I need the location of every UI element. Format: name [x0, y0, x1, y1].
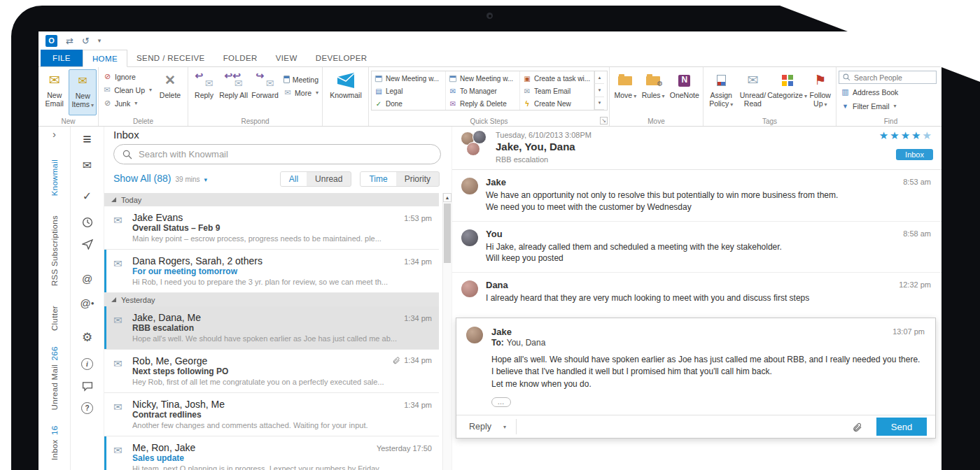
assign-policy-button[interactable]: Assign Policy▾ — [706, 69, 736, 115]
categorize-icon — [782, 75, 793, 86]
filter-time[interactable]: Time — [360, 172, 396, 186]
ignore-icon: ⊘ — [103, 72, 112, 81]
tab-home[interactable]: HOME — [83, 50, 127, 67]
rail-item-rss-subscriptions[interactable]: RSS Subscriptions — [50, 211, 59, 286]
clean-up-icon: ✉ — [103, 85, 111, 94]
star-icon: ★ — [890, 129, 900, 141]
scroll-up-icon[interactable]: ▲ — [443, 193, 451, 202]
tab-folder[interactable]: FOLDER — [214, 50, 267, 66]
delete-button[interactable]: ✕ Delete — [155, 69, 186, 115]
show-all-label: Show All (88) — [113, 173, 171, 184]
settings-gear-icon[interactable]: ⚙ — [82, 330, 92, 344]
send-button[interactable]: Send — [876, 418, 927, 436]
group-label-find: Find — [836, 118, 941, 125]
help-icon[interactable]: ? — [81, 402, 93, 414]
move-button[interactable]: Move▾ — [612, 69, 639, 115]
customize-quick-access-icon[interactable]: ▾ — [98, 37, 102, 44]
more-respond-button[interactable]: ✉More▾ — [281, 87, 321, 99]
section-header-yesterday[interactable]: Yesterday — [104, 293, 439, 306]
rail-item-inbox[interactable]: Inbox16 — [50, 426, 59, 460]
knowmail-icon — [335, 71, 356, 90]
send-plane-icon[interactable] — [82, 237, 93, 251]
message-item[interactable]: You 8:58 am Hi Jake, already called them… — [452, 222, 941, 273]
mail-icon[interactable]: ✉ — [83, 158, 92, 172]
menu-icon[interactable]: ≡ — [83, 132, 91, 146]
quick-step-new-meeting-2[interactable]: New Meeting w... — [446, 72, 519, 85]
list-item[interactable]: ✉ Me, Ron, JakeYesterday 17:50 Sales upd… — [104, 436, 439, 470]
filter-priority[interactable]: Priority — [396, 172, 439, 186]
outlook-window: O ⇄ ↺ ▾ FILE HOME SEND / RECEIVE FOLDER … — [38, 31, 941, 470]
dropdown-caret-icon: ▾ — [149, 87, 152, 93]
reading-pane: Tuesday, 6/10/2013 3:08PM Jake, You, Dan… — [451, 127, 941, 470]
attach-button[interactable] — [845, 422, 869, 432]
tab-file[interactable]: FILE — [41, 50, 83, 66]
follow-up-button[interactable]: ⚑ Follow Up▾ — [806, 69, 834, 115]
quick-step-reply-delete[interactable]: ✉Reply & Delete — [446, 97, 519, 110]
tab-developer[interactable]: DEVELOPER — [307, 50, 377, 66]
dialog-launcher-icon[interactable]: ↘ — [600, 117, 608, 124]
show-all-control[interactable]: Show All (88) 39 mins ▾ — [113, 173, 207, 184]
search-people-input[interactable]: Search People — [839, 71, 937, 84]
rating-stars[interactable]: ★★★★★ — [879, 129, 933, 142]
quick-step-to-manager[interactable]: ✉To Manager — [446, 85, 519, 97]
rail-item-clutter[interactable]: Clutter — [50, 301, 59, 331]
tab-send-receive[interactable]: SEND / RECEIVE — [127, 50, 214, 66]
undo-icon[interactable]: ↺ — [82, 36, 90, 46]
clean-up-button[interactable]: ✉Clean Up▾ — [101, 84, 154, 96]
reply-type-dropdown[interactable]: Reply ▾ — [465, 419, 517, 434]
unread-read-button[interactable]: ✉ Unread/ Read — [737, 69, 768, 115]
rail-item-knowmail[interactable]: Knowmail — [50, 155, 59, 196]
feedback-bubble-icon[interactable] — [82, 379, 93, 393]
list-item[interactable]: ✉ Dana Rogers, Sarah, 2 others1:34 pm Fo… — [104, 250, 439, 293]
info-icon[interactable]: i — [81, 358, 93, 370]
new-email-button[interactable]: ✉ New Email — [41, 69, 68, 115]
list-item[interactable]: ✉ Rob, Me, George1:34 pm Next steps foll… — [104, 350, 439, 393]
more-icon: ✉ — [284, 88, 292, 97]
list-item[interactable]: ✉ Nicky, Tina, Josh, Me1:34 pm Contract … — [104, 393, 439, 436]
search-input[interactable] — [139, 149, 432, 159]
message-item[interactable]: Jake 8:53 am We have an opportunity not … — [452, 170, 941, 222]
send-receive-icon[interactable]: ⇄ — [66, 36, 74, 46]
knowmail-button[interactable]: Knowmail — [326, 69, 366, 115]
onenote-button[interactable]: N OneNote — [668, 69, 701, 115]
reply-button[interactable]: ↩✉ Reply — [190, 69, 218, 115]
search-box[interactable] — [113, 144, 441, 164]
group-label-move: Move — [610, 118, 703, 125]
quick-step-create-new[interactable]: ϟCreate New — [520, 97, 594, 110]
categorize-button[interactable]: Categorize▾ — [769, 69, 806, 115]
tab-view[interactable]: VIEW — [267, 50, 307, 66]
expand-folder-pane-icon[interactable]: › — [52, 128, 56, 140]
mail-icon: ✉ — [113, 257, 122, 270]
reply-all-button[interactable]: ↩↩✉ Reply All — [218, 69, 248, 115]
people-mention-icon[interactable]: @● — [80, 296, 94, 310]
list-item[interactable]: ✉ Jake Evans1:53 pm Overall Status – Feb… — [104, 206, 439, 250]
forward-button[interactable]: ↪✉ Forward — [249, 69, 281, 115]
folder-badge: Inbox — [896, 149, 933, 160]
mention-icon[interactable]: @ — [82, 271, 92, 285]
junk-button[interactable]: ⊘Junk▾ — [101, 97, 154, 109]
scrollbar-thumb[interactable] — [444, 204, 451, 263]
quick-step-new-meeting[interactable]: New Meeting w... — [372, 72, 445, 85]
quick-step-create-task[interactable]: ▣Create a task wi... — [520, 72, 594, 85]
address-book-button[interactable]: ▥Address Book — [839, 86, 941, 98]
task-icon: ▣ — [523, 75, 531, 83]
quick-step-done[interactable]: ✓Done — [372, 97, 445, 110]
filter-all[interactable]: All — [281, 172, 307, 186]
expand-quoted-text-button[interactable]: … — [491, 397, 511, 407]
gallery-scroll[interactable]: ▴▾▾ — [594, 71, 604, 110]
list-scrollbar[interactable]: ▲ — [442, 193, 451, 470]
quick-step-legal[interactable]: ▤Legal — [372, 85, 445, 97]
message-item[interactable]: Dana 12:32 pm I already heard that they … — [452, 273, 941, 312]
clock-icon[interactable] — [82, 215, 93, 229]
filter-email-button[interactable]: ▼Filter Email▾ — [839, 100, 941, 112]
rules-button[interactable]: ⚙ Rules▾ — [640, 69, 667, 115]
new-items-button[interactable]: ✉ New Items▾ — [69, 69, 97, 115]
filter-unread[interactable]: Unread — [307, 172, 351, 186]
meeting-button[interactable]: Meeting — [281, 73, 321, 85]
ignore-button[interactable]: ⊘Ignore — [101, 71, 154, 83]
section-header-today[interactable]: Today — [104, 193, 439, 206]
quick-step-team-email[interactable]: ✉Team Email — [520, 85, 594, 97]
tasks-check-icon[interactable]: ✓ — [83, 189, 92, 203]
rail-item-unread-mail[interactable]: Unread Mail266 — [50, 346, 59, 410]
list-item-selected[interactable]: ✉ Jake, Dana, Me1:34 pm RBB escalation H… — [104, 306, 439, 350]
